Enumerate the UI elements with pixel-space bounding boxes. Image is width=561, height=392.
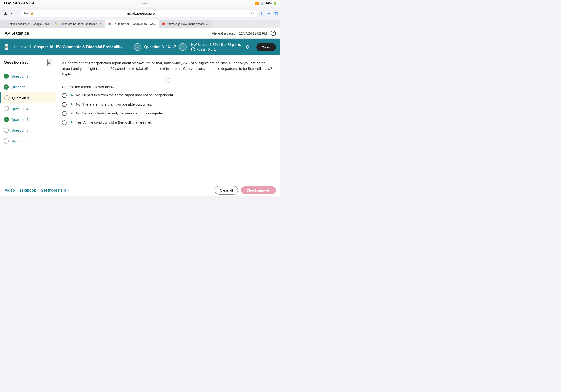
browser-bar: ⊞ ‹ › AA 🔒 mylab.pearson.com ↻ ⬆ ＋ ⧉ (0, 7, 280, 20)
sidebar-item-q7[interactable]: Question 7 (0, 136, 56, 146)
points-circle-icon (191, 47, 195, 51)
get-more-help-arrow: ▲ (67, 189, 69, 192)
radio-a[interactable] (62, 93, 67, 98)
sidebar-toggle-button[interactable]: ⊞ (3, 10, 8, 17)
answer-option-c[interactable]: C. No. Bernoulli trials can only be simu… (62, 111, 275, 116)
reload-button[interactable]: ↻ (251, 11, 254, 15)
radio-c[interactable] (62, 111, 67, 116)
q3-status-icon (4, 95, 10, 100)
tab-title-google-docs: Untitled document · Google Docs (8, 22, 49, 26)
sidebar-item-q5[interactable]: ✓ Question 5 (0, 114, 56, 125)
address-bar[interactable]: AA 🔒 mylab.pearson.com ↻ (21, 10, 257, 17)
hw-score-value: 13.89%, 5 of 36 points (208, 43, 241, 46)
tab-homework[interactable]: 📚 Do Homework - Chapter 16 HW: Geo... (105, 20, 159, 28)
video-link[interactable]: Video (5, 188, 15, 193)
tab-title-deltamath: DeltaMath Student Application (59, 22, 97, 26)
share-button[interactable]: ⬆ (259, 10, 263, 16)
bottom-bar: Video Textbook Get more help ▲ Clear all… (0, 184, 280, 196)
lock-icon: 🔒 (30, 11, 33, 15)
option-c-text: No. Bernoulli trials can only be simulat… (76, 111, 164, 116)
google-docs-icon: 📄 (3, 22, 6, 25)
option-a-letter: A. (70, 93, 73, 97)
textbook-link[interactable]: Textbook (20, 188, 36, 193)
status-bar: 11:02 AM Wed Dec 4 📶 📡 36% 🔋 (0, 0, 280, 7)
app-bar: AP Statistics Alejandra Jasso 12/04/24 1… (0, 28, 280, 39)
sidebar-item-q4[interactable]: Question 4 (0, 103, 56, 114)
question-area: A Department of Transportation report ab… (56, 55, 280, 184)
q5-status-icon: ✓ (4, 117, 9, 122)
points-label: Points: (196, 47, 206, 51)
homework-icon: 📚 (108, 22, 111, 25)
q7-status-icon (4, 138, 9, 144)
status-left: 11:02 AM Wed Dec 4 (4, 2, 34, 5)
sidebar-item-q6[interactable]: Question 6 (0, 125, 56, 136)
q6-status-icon (4, 128, 9, 133)
sidebar-item-q2[interactable]: ✓ Question 2 (0, 82, 56, 92)
get-more-help-link[interactable]: Get more help (41, 188, 66, 193)
font-size-label[interactable]: AA (24, 11, 28, 15)
clear-all-button[interactable]: Clear all (215, 186, 238, 195)
q1-status-icon: ✓ (4, 74, 9, 79)
q7-label: Question 7 (11, 139, 28, 143)
deltamath-icon: ✏️ (55, 22, 58, 25)
next-question-button[interactable]: › (179, 43, 186, 51)
main-content: Question list ⇤ ✓ Question 1 ✓ Question … (0, 55, 280, 184)
bottom-left: Video Textbook Get more help ▲ (5, 188, 69, 193)
sidebar-collapse-button[interactable]: ⇤ (47, 59, 52, 66)
answer-option-d[interactable]: D. Yes. All the conditions of a Bernoull… (62, 120, 275, 125)
app-title: AP Statistics (5, 31, 29, 36)
option-d-letter: D. (70, 120, 73, 124)
hw-score-label: HW Score: (191, 43, 207, 46)
tabs-button[interactable]: ⧉ (274, 11, 278, 16)
points-value: 0 of 1 (208, 47, 216, 51)
tab-google-docs[interactable]: 📄 Untitled document · Google Docs (0, 20, 52, 28)
tab-deltamath[interactable]: ✏️ DeltaMath Student Application ✕ (52, 20, 105, 28)
homework-label: Homework: (14, 45, 33, 49)
close-deltamath-icon[interactable]: ✕ (100, 22, 102, 26)
q5-label: Question 5 (11, 118, 28, 121)
choose-label: Choose the correct answer below. (62, 85, 275, 89)
browser-controls: ⊞ ‹ › (3, 10, 19, 17)
q3-label: Question 3 (12, 96, 29, 100)
option-c-letter: C. (70, 111, 73, 115)
check-answer-button[interactable]: Check answer (241, 186, 276, 194)
menu-button[interactable]: ≡ (5, 44, 8, 50)
get-more-help[interactable]: Get more help ▲ (41, 188, 69, 193)
back-button[interactable]: ‹ (10, 10, 13, 17)
bottom-right: Clear all Check answer (215, 186, 276, 195)
q4-status-icon (4, 106, 9, 111)
time: 11:02 AM (4, 2, 17, 5)
option-a-text: No. Departures from the same airport may… (76, 93, 174, 98)
tabs-bar: 📄 Untitled document · Google Docs ✏️ Del… (0, 20, 280, 28)
question-text: A Department of Transportation report ab… (62, 60, 275, 77)
answer-option-a[interactable]: A. No. Departures from the same airport … (62, 93, 275, 98)
q4-label: Question 4 (11, 107, 28, 111)
hw-header: ≡ Homework: Chapter 16 HW: Geometric & B… (0, 39, 280, 55)
battery: 36% (265, 2, 271, 5)
help-button[interactable]: ? (271, 31, 276, 36)
option-b-text: No. There are more than two possible out… (76, 102, 152, 107)
knowledge-icon: 🔴 (162, 22, 165, 25)
settings-button[interactable]: ⚙ (246, 44, 250, 50)
question-label: Question 3, 16.1.7 (144, 45, 176, 49)
radio-d[interactable] (62, 120, 67, 125)
new-tab-button[interactable]: ＋ (266, 10, 271, 16)
radio-b[interactable] (62, 102, 67, 107)
app-info: Alejandra Jasso 12/04/24 12:02 PM ? (212, 31, 276, 36)
sidebar: Question list ⇤ ✓ Question 1 ✓ Question … (0, 55, 56, 184)
tab-title-homework: Do Homework - Chapter 16 HW: Geo... (113, 22, 156, 26)
prev-question-button[interactable]: ‹ (134, 43, 141, 51)
divider: ··· (62, 81, 275, 81)
forward-button[interactable]: › (15, 10, 19, 17)
tab-knowledge[interactable]: 🔴 Knowledge Revs in the West SR and E... (159, 20, 213, 28)
signal-icon: 📡 (260, 2, 264, 5)
answer-option-b[interactable]: B. No. There are more than two possible … (62, 102, 275, 107)
save-button[interactable]: Save (256, 43, 276, 51)
sidebar-item-q1[interactable]: ✓ Question 1 (0, 71, 56, 82)
url-display: mylab.pearson.com (35, 11, 249, 15)
tab-title-knowledge: Knowledge Revs in the West SR and E... (167, 22, 210, 26)
dots-indicator (142, 3, 147, 4)
divider-handle[interactable]: ··· (165, 78, 172, 83)
sidebar-item-q3[interactable]: Question 3 (0, 92, 56, 103)
user-name: Alejandra Jasso (212, 32, 235, 35)
